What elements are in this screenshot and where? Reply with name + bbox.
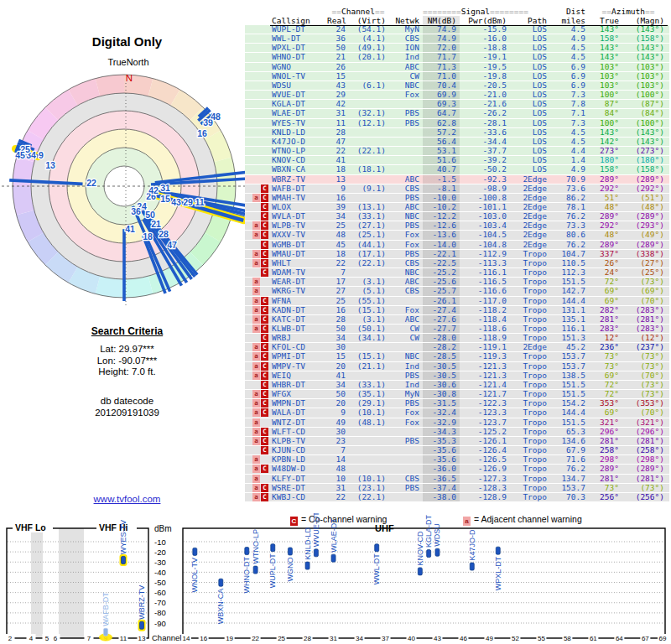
- station-marker: [470, 563, 474, 570]
- azimuth-magnetic-cell: (73°): [622, 362, 668, 371]
- callsign-cell: WPMI-DT: [270, 352, 327, 361]
- noise-margin-cell: -35.6: [423, 455, 460, 464]
- callsign-cell: KNLD-LD: [270, 128, 327, 137]
- path-cell: Tropo: [510, 399, 550, 408]
- azimuth-true-cell: 26°: [589, 259, 622, 267]
- channel-tick-label: 28: [304, 635, 311, 642]
- distance-cell: 110.5: [550, 259, 589, 267]
- real-channel-cell: 30: [327, 428, 349, 436]
- real-channel-cell: 16: [327, 306, 349, 314]
- virtual-channel-cell: (6.1): [349, 81, 389, 90]
- tvfool-link[interactable]: www.tvfool.com: [94, 494, 161, 504]
- network-cell: CBS: [389, 184, 423, 193]
- uhf-label: UHF: [375, 523, 394, 533]
- azimuth-true-cell: 84°: [589, 109, 622, 117]
- network-cell: [389, 455, 423, 464]
- real-channel-cell: 18: [327, 250, 349, 258]
- network-cell: CBS: [389, 475, 423, 483]
- table-row: aCWLFT-CD30-34.3-125.2Tropo65.3296°(296°…: [245, 428, 669, 437]
- distance-cell: 4.9: [550, 34, 589, 43]
- noise-margin-cell: 72.0: [423, 44, 460, 52]
- virtual-channel-cell: [349, 446, 389, 454]
- noise-margin-cell: -27.7: [423, 325, 460, 333]
- power-cell: -104.5: [460, 231, 510, 239]
- noise-margin-cell: -30.5: [423, 371, 460, 380]
- distance-cell: 7.1: [550, 109, 589, 117]
- callsign-cell: WMAU-DT: [270, 250, 327, 258]
- channel-tick-label: 55: [538, 635, 545, 642]
- adjacent-channel-warning-icon: a: [252, 250, 260, 258]
- network-cell: CW: [389, 72, 423, 80]
- callsign-cell: WLOX: [270, 203, 327, 211]
- warning-markers: aC: [245, 315, 270, 324]
- co-channel-warning-icon: C: [261, 493, 268, 501]
- table-row: aCKADN-DT16(15.1)Fox-27.4-118.2Tropo131.…: [245, 306, 669, 315]
- table-row: aWEAR-DT17(3.1)ABC-25.6-116.5Tropo151.57…: [245, 278, 669, 287]
- latitude-value: Lat: 29.97***: [0, 344, 254, 356]
- noise-margin-cell: -13.6: [423, 231, 460, 239]
- power-cell: -118.9: [460, 334, 510, 342]
- warning-markers: C: [245, 446, 270, 454]
- noise-margin-cell: -25.6: [423, 278, 460, 286]
- adjacent-channel-warning-icon: a: [252, 306, 260, 314]
- table-row: CWGMB-DT45(44.1)Fox-14.0-104.82Edge76.22…: [245, 241, 669, 250]
- azimuth-magnetic-cell: (289°): [622, 212, 668, 221]
- noise-margin-cell: 53.1: [423, 147, 460, 155]
- distance-cell: 6.9: [550, 72, 589, 80]
- real-channel-cell: 25: [327, 297, 349, 305]
- dbm-tick-label: -70: [154, 598, 166, 607]
- table-row: WTNO-LP22(22.1)53.1-37.7LOS4.4273°(273°): [245, 147, 669, 156]
- adjacent-channel-warning-icon: a: [252, 221, 260, 230]
- virtual-channel-cell: (32.1): [349, 109, 389, 117]
- distance-cell: 4.5: [550, 25, 589, 34]
- callsign-cell: KJUN-CD: [270, 446, 327, 454]
- channel-tick-label: 34: [356, 635, 363, 642]
- azimuth-true-cell: 51°: [589, 194, 622, 202]
- azimuth-magnetic-cell: (84°): [622, 109, 668, 117]
- real-channel-cell: 50: [327, 390, 349, 398]
- distance-cell: 70.3: [550, 493, 589, 501]
- azimuth-true-cell: 292°: [589, 184, 622, 193]
- noise-margin-cell: -32.9: [423, 418, 460, 427]
- station-channel-label: 9: [39, 150, 44, 160]
- callsign-cell: WGMB-DT: [270, 241, 327, 249]
- co-channel-warning-icon: C: [261, 408, 268, 417]
- path-cell: 2Edge: [510, 203, 550, 211]
- real-channel-cell: 28: [327, 315, 349, 324]
- warning-markers: aC: [245, 259, 270, 267]
- channel-tick-label: 31: [330, 635, 337, 642]
- network-cell: NBC: [389, 268, 423, 277]
- noise-margin-cell: -36.5: [423, 475, 460, 483]
- power-cell: -19.5: [460, 63, 510, 71]
- table-row: WBXN-CA18(18.1)40.7-50.2LOS4.9158°(158°): [245, 165, 669, 174]
- station-channel-label: 28: [159, 229, 169, 239]
- path-cell: LOS: [510, 138, 550, 146]
- distance-cell: 45.2: [550, 343, 589, 351]
- noise-margin-cell: -10.0: [423, 194, 460, 202]
- real-channel-cell: 21: [327, 53, 349, 61]
- adjacent-channel-warning-icon: a: [252, 475, 260, 483]
- azimuth-magnetic-cell: (70°): [622, 371, 668, 380]
- dbm-tick-label: -10: [154, 538, 166, 547]
- network-cell: [389, 138, 423, 146]
- distance-cell: 71.6: [550, 455, 589, 464]
- tvfool-link-wrap: www.tvfool.com: [0, 494, 254, 504]
- power-cell: -123.7: [460, 418, 510, 427]
- real-channel-cell: 20: [327, 362, 349, 371]
- noise-margin-cell: -22.1: [423, 250, 460, 258]
- noise-margin-cell: -28.2: [423, 343, 460, 351]
- network-cell: PBS: [389, 109, 423, 117]
- distance-cell: 151.5: [550, 278, 589, 286]
- callsign-cell: WBXN-CA: [270, 165, 327, 174]
- height-value: Height: 7.0 ft.: [0, 366, 254, 378]
- table-row: aCKFOL-CD30-28.2-119.12Edge45.2236°(237°…: [245, 343, 669, 352]
- co-channel-warning-icon: C: [261, 428, 268, 436]
- search-criteria-heading: Search Criteria: [0, 325, 254, 337]
- power-cell: -28.1: [460, 119, 510, 127]
- real-channel-cell: 49: [327, 418, 349, 427]
- network-cell: [389, 465, 423, 473]
- station-marker: [193, 548, 197, 555]
- db-datecode: db datecode 201209191039: [0, 396, 254, 418]
- noise-margin-cell: -30.6: [423, 381, 460, 389]
- distance-cell: 154.2: [550, 399, 589, 408]
